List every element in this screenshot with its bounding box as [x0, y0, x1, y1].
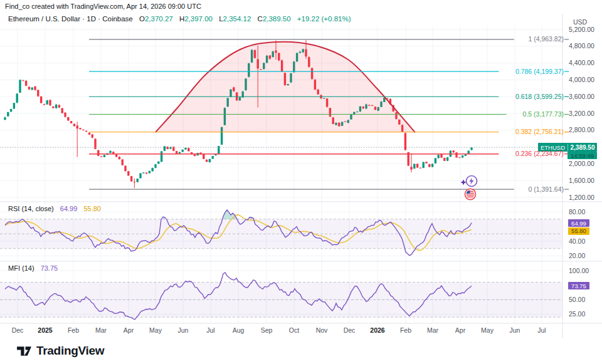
price-change: +19.22 (+0.81%)	[297, 15, 351, 23]
time-axis-label: 2026	[370, 326, 384, 334]
fib-level-label: 0.5 (3,177.73)	[523, 110, 564, 118]
candle	[233, 87, 235, 92]
rsi-axis-tick: 20.00	[569, 252, 585, 259]
candle	[197, 153, 199, 155]
candle	[61, 108, 63, 113]
candle	[236, 92, 238, 101]
time-axis-label: 2025	[38, 326, 52, 334]
candle	[329, 108, 331, 117]
candle	[127, 171, 129, 176]
candle	[245, 78, 246, 91]
candle	[19, 80, 21, 93]
tradingview-logo-text: TradingView	[36, 344, 104, 358]
rsi-ma-axis-badge: 55.80	[568, 227, 589, 235]
symbol-title[interactable]: Ethereum / U.S. Dollar · 1D · Coinbase	[8, 15, 133, 23]
time-axis-label: Jun	[510, 326, 520, 334]
candle	[184, 147, 186, 150]
mfi-pane-title[interactable]: MFI (14) 73.75	[8, 264, 58, 272]
candle	[13, 103, 15, 109]
mfi-band	[0, 283, 562, 318]
candle	[305, 40, 307, 59]
rsi-overbought-fill	[163, 217, 165, 219]
time-axis-label: Sep	[261, 326, 273, 334]
price-axis-tick: 4,000.00	[569, 76, 594, 83]
candle	[77, 122, 78, 157]
candle	[326, 98, 328, 108]
candle	[139, 173, 141, 179]
symbol-info-row[interactable]: Ethereum / U.S. Dollar · 1D · Coinbase O…	[8, 15, 351, 23]
candle	[468, 150, 470, 154]
candle	[179, 152, 181, 154]
candle	[410, 153, 412, 172]
candle	[161, 151, 162, 162]
candle	[242, 91, 244, 98]
arc-pattern-fill[interactable]	[156, 42, 415, 133]
candle	[438, 155, 440, 159]
mfi-axis-badge: 73.75	[568, 282, 589, 289]
candle	[263, 63, 265, 70]
price-axis-tick: 2,000.00	[569, 160, 594, 167]
candle	[272, 51, 274, 58]
candle	[350, 114, 352, 120]
mfi-title-label: MFI (14)	[8, 264, 34, 272]
candle	[450, 150, 452, 157]
candle	[257, 45, 259, 107]
rsi-pane-title[interactable]: RSI (14, close) 64.99 55.80	[8, 205, 101, 212]
candle	[218, 146, 219, 155]
candle	[353, 112, 355, 115]
candle	[395, 112, 397, 120]
rsi-ma-line	[5, 215, 472, 251]
candle	[470, 147, 472, 150]
candle	[239, 97, 241, 101]
candle	[408, 152, 409, 166]
time-axis-label: Mar	[427, 326, 438, 334]
price-axis-tick: 3,200.00	[569, 110, 594, 117]
candle	[49, 100, 51, 107]
candle	[88, 133, 90, 135]
candle	[100, 156, 102, 157]
chart-canvas[interactable]	[0, 0, 602, 364]
price-axis-tick: 1,200.00	[569, 194, 594, 201]
candle	[152, 168, 154, 172]
fib-level-label: 0.618 (3,599.25)	[515, 93, 564, 100]
mfi-value: 73.75	[41, 264, 58, 272]
ohlc-high-value: 2,397.00	[184, 15, 213, 23]
tradingview-logo[interactable]: TradingView	[16, 343, 104, 358]
tradingview-logo-mark	[16, 343, 32, 358]
candle	[134, 179, 135, 188]
candle	[142, 172, 144, 174]
us-flag-indicator-icon[interactable]	[464, 188, 477, 200]
candle	[332, 117, 334, 125]
candle	[203, 154, 204, 159]
candle	[420, 167, 421, 169]
price-axis-tick: 5,200.00	[569, 26, 594, 33]
candle	[386, 98, 388, 99]
arc-pattern-stroke[interactable]	[156, 42, 415, 133]
candle	[431, 164, 433, 167]
candle	[440, 154, 442, 158]
candle	[52, 107, 54, 108]
candle	[16, 93, 18, 103]
candle	[58, 104, 60, 108]
candle	[287, 84, 289, 86]
candle	[157, 161, 159, 164]
rsi-axis-tick: 40.00	[569, 237, 585, 245]
candle	[230, 90, 231, 98]
candle	[122, 159, 124, 165]
mfi-axis-tick: 25.00	[569, 310, 585, 318]
candle	[290, 73, 292, 83]
candle	[137, 179, 139, 182]
candle	[40, 96, 42, 103]
candle	[79, 128, 81, 130]
ohlc-close-value: 2,389.50	[263, 15, 291, 23]
candle	[164, 146, 166, 151]
candle	[55, 104, 57, 109]
candle	[455, 152, 457, 158]
candle	[10, 109, 12, 112]
candle	[182, 150, 184, 152]
candle	[299, 51, 301, 53]
candle	[269, 55, 271, 60]
time-axis-label: Apr	[124, 326, 134, 334]
candle	[221, 127, 223, 145]
time-axis-label: Feb	[68, 326, 79, 334]
